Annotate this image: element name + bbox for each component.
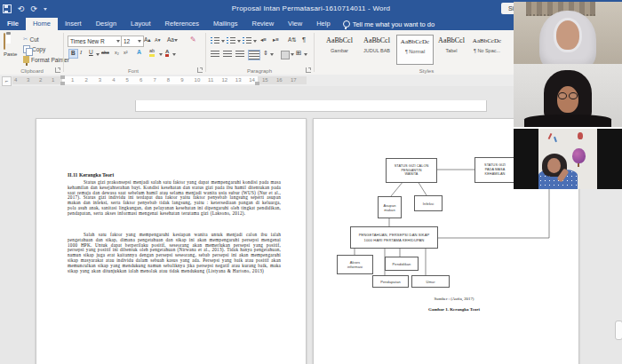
style-preview: AaBbCcl xyxy=(434,35,469,47)
style-gambar[interactable]: AaBbCcl Gambar xyxy=(322,35,357,63)
font-size-combo[interactable]: 12 xyxy=(121,36,144,47)
align-center-icon[interactable] xyxy=(223,51,232,58)
borders-icon[interactable]: ⊞ xyxy=(296,50,301,57)
style-no-spacing[interactable]: AaBbCcDc ¶ No Spac... xyxy=(469,35,505,63)
font-family-value: Times New R xyxy=(70,38,105,44)
underline-dropdown-icon[interactable] xyxy=(96,53,100,56)
font-dialog-launcher-icon[interactable] xyxy=(197,67,203,73)
diagram-box-status-gizi-calon[interactable]: STATUS GIZI CALON PENGANTIN WANITA xyxy=(386,158,437,183)
diagram-box-pengetahuan[interactable]: PENGETAHUAN, PERSEPSI DAN SIKAP 1000 HAR… xyxy=(350,226,438,249)
tab-mailings[interactable]: Mailings xyxy=(206,18,245,30)
ruler-text-area xyxy=(62,76,258,84)
bold-button[interactable]: B xyxy=(68,49,78,59)
ruler-number: 12 xyxy=(221,76,227,84)
shading-dropdown-icon[interactable] xyxy=(291,53,294,56)
tab-insert[interactable]: Insert xyxy=(58,18,89,30)
underline-button[interactable]: U xyxy=(89,50,93,56)
text-effects-icon[interactable]: A xyxy=(137,49,141,55)
line-spacing-icon[interactable]: ⇕ xyxy=(263,50,268,56)
tab-file[interactable]: File xyxy=(0,18,26,30)
decrease-indent-icon[interactable]: ◂≡ xyxy=(260,37,267,44)
strikethrough-button[interactable]: abc xyxy=(101,51,109,56)
font-group-label: Font xyxy=(114,68,153,74)
paragraph-2[interactable]: Salah satu faktor yang mempengaruhi kesi… xyxy=(68,233,281,273)
shrink-font-button[interactable]: A▾ xyxy=(155,38,160,44)
glasses-icon xyxy=(558,92,578,99)
hanging-indent-marker[interactable] xyxy=(60,82,65,85)
scissors-icon: ✂ xyxy=(23,36,28,43)
tab-help[interactable]: Help xyxy=(309,18,337,30)
style-tabel[interactable]: AaBbCcl Tabel xyxy=(434,35,469,63)
numbering-icon[interactable] xyxy=(227,37,235,44)
style-normal[interactable]: AaBbCcDc ¶ Normal xyxy=(396,35,434,65)
change-case-button[interactable]: Aa xyxy=(167,37,178,44)
diagram-box-asupan-makan[interactable]: Asupan makan xyxy=(378,196,402,218)
superscript-button[interactable]: x² xyxy=(124,51,128,56)
font-family-combo[interactable]: Times New R xyxy=(68,36,123,47)
diagram-box-status-gizi-kehamilan[interactable]: STATUS GIZI PADA MASA KEHAMILAN xyxy=(474,157,515,183)
sort-icon[interactable]: A⇅ xyxy=(288,37,297,44)
italic-button[interactable]: I xyxy=(80,50,82,56)
clear-formatting-icon[interactable]: ✎ xyxy=(190,36,196,44)
tab-references[interactable]: References xyxy=(158,18,206,30)
increase-indent-icon[interactable]: ▸≡ xyxy=(273,37,279,44)
figure-caption: Gambar 1. Kerangka Teori xyxy=(383,307,525,312)
page-left[interactable]: II.11 Kerangka Teori Status gizi prakons… xyxy=(36,118,307,364)
tab-layout[interactable]: Layout xyxy=(124,18,158,30)
paste-label: Paste xyxy=(4,51,17,57)
grow-font-button[interactable]: A▴ xyxy=(144,37,151,44)
previous-page-bottom[interactable] xyxy=(135,100,487,112)
tell-me-box[interactable]: Tell me what you want to do xyxy=(338,18,441,30)
clipboard-dialog-launcher-icon[interactable] xyxy=(55,67,60,73)
paragraph-1[interactable]: Status gizi prakonsepsi menjadi salah sa… xyxy=(68,180,281,217)
diagram-box-pendapatan[interactable]: Pendapatan xyxy=(372,275,409,288)
multilevel-dropdown-icon[interactable] xyxy=(253,40,257,43)
subscript-button[interactable]: x₂ xyxy=(115,51,119,56)
cut-button[interactable]: ✂ Cut xyxy=(23,36,39,43)
bullets-dropdown-icon[interactable] xyxy=(221,40,225,43)
show-paragraph-marks-icon[interactable]: ¶ xyxy=(302,36,306,44)
bullets-icon[interactable] xyxy=(211,37,219,44)
right-indent-marker[interactable] xyxy=(255,82,259,85)
paste-icon xyxy=(4,33,5,50)
wall-decal xyxy=(548,133,553,139)
copy-button[interactable]: Copy xyxy=(23,45,45,53)
style-preview: AaBbCcDc xyxy=(397,36,433,48)
video-participant-2[interactable] xyxy=(514,64,622,127)
style-judul-bab[interactable]: AaBbCcl JUDUL BAB xyxy=(359,35,395,63)
tab-view[interactable]: View xyxy=(281,18,309,30)
text-highlight-icon[interactable]: ab xyxy=(149,49,155,57)
style-name: ¶ No Spac... xyxy=(469,47,505,54)
borders-dropdown-icon[interactable] xyxy=(304,53,307,56)
participant-3-face xyxy=(547,158,561,173)
format-painter-icon xyxy=(23,56,29,63)
paragraph-dialog-launcher-icon[interactable] xyxy=(306,67,311,73)
first-line-indent-marker[interactable] xyxy=(60,75,65,79)
multilevel-list-icon[interactable] xyxy=(243,37,251,44)
align-right-icon[interactable] xyxy=(235,51,244,58)
numbering-dropdown-icon[interactable] xyxy=(237,40,241,43)
font-color-icon[interactable]: A xyxy=(165,49,169,57)
ruler-number: 13 xyxy=(235,76,242,84)
diagram-box-infeksi[interactable]: Infeksi xyxy=(414,195,443,211)
diagram-box-pendidikan[interactable]: Pendidikan xyxy=(385,257,419,271)
video-participant-3[interactable] xyxy=(514,129,622,189)
paste-button[interactable]: Paste xyxy=(4,34,17,57)
ruler-number: 2 xyxy=(84,76,87,84)
vertical-scrollbar-thumb[interactable] xyxy=(615,320,622,340)
tab-review[interactable]: Review xyxy=(244,18,281,30)
shading-icon[interactable] xyxy=(281,51,290,59)
video-participant-1[interactable] xyxy=(514,2,622,64)
diagram-box-akses-informasi[interactable]: Akses informasi xyxy=(337,255,373,274)
font-color-dropdown-icon[interactable] xyxy=(172,53,176,56)
tab-home[interactable]: Home xyxy=(26,18,58,30)
line-spacing-dropdown-icon[interactable] xyxy=(270,53,274,56)
tab-stop-selector[interactable]: ⌐ xyxy=(2,76,12,86)
align-left-icon[interactable] xyxy=(211,51,219,58)
section-heading[interactable]: II.11 Kerangka Teori xyxy=(68,172,281,178)
highlight-dropdown-icon[interactable] xyxy=(159,53,163,56)
diagram-box-umur[interactable]: Umur xyxy=(411,275,450,288)
ruler-number: 14 xyxy=(249,76,255,84)
justify-icon[interactable] xyxy=(248,50,260,60)
tab-design[interactable]: Design xyxy=(89,18,124,30)
